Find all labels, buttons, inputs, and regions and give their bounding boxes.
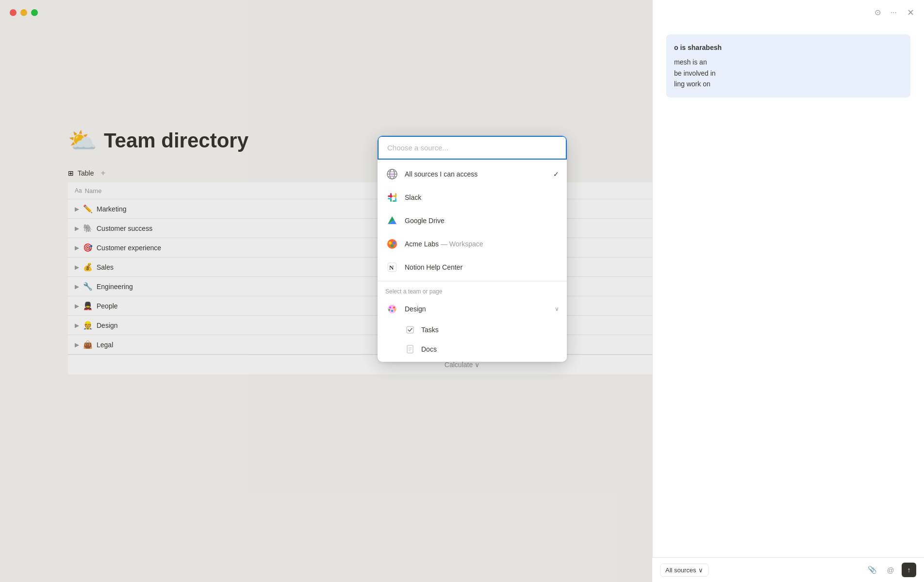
send-button[interactable]: ↑ <box>902 563 916 577</box>
source-team-icon-design <box>385 302 399 316</box>
svg-point-50 <box>394 309 396 311</box>
all-sources-chevron: ∨ <box>698 566 703 574</box>
svg-rect-32 <box>395 193 396 198</box>
source-sublabel-acmelabs: — Workspace <box>441 240 483 248</box>
panel-bio-line2: mesh is an <box>674 57 903 67</box>
panel-bio-line3: be involved in <box>674 68 903 79</box>
source-label-notion-help: Notion Help Center <box>405 263 559 271</box>
svg-point-41 <box>393 242 396 244</box>
panel-more-icon[interactable]: ··· <box>889 6 899 19</box>
svg-point-45 <box>388 305 396 313</box>
source-section-label: Select a team or page <box>378 283 567 298</box>
side-panel-header: ⊙ ··· ✕ <box>653 0 924 25</box>
source-picker: All sources I can access ✓ Slack <box>378 136 567 362</box>
svg-point-46 <box>389 307 391 308</box>
source-label-acmelabs: Acme Labs — Workspace <box>405 240 559 248</box>
panel-name: o is sharabesh <box>674 44 722 51</box>
svg-rect-51 <box>407 326 413 333</box>
source-list: All sources I can access ✓ Slack <box>378 160 567 362</box>
all-sources-label: All sources <box>665 566 696 574</box>
panel-history-icon[interactable]: ⊙ <box>873 6 883 19</box>
svg-text:N: N <box>389 264 394 271</box>
mention-icon[interactable]: @ <box>883 563 898 577</box>
chat-input-row: All sources ∨ 📎 @ ↑ <box>660 563 916 577</box>
source-item-acmelabs[interactable]: Acme Labs — Workspace <box>378 232 567 256</box>
attachment-icon[interactable]: 📎 <box>865 563 879 577</box>
source-sub-label-docs: Docs <box>421 345 437 353</box>
all-sources-badge[interactable]: All sources ∨ <box>660 564 709 577</box>
source-item-slack[interactable]: Slack <box>378 186 567 209</box>
source-icon-all <box>385 167 399 181</box>
source-icon-slack <box>385 191 399 204</box>
source-label-all: All sources I can access <box>405 170 559 178</box>
source-label-gdrive: Google Drive <box>405 217 559 225</box>
source-team-label-design: Design <box>405 305 549 313</box>
source-search-input[interactable] <box>378 136 567 160</box>
chat-action-buttons: 📎 @ ↑ <box>865 563 916 577</box>
side-panel: ⊙ ··· ✕ o is sharabesh mesh is an be inv… <box>652 0 924 582</box>
source-sub-item-tasks[interactable]: Tasks <box>378 320 567 340</box>
svg-point-47 <box>393 307 395 308</box>
panel-bio-text: o is sharabesh <box>674 42 903 53</box>
svg-rect-31 <box>388 198 392 199</box>
source-icon-acmelabs <box>385 237 399 251</box>
source-team-design[interactable]: Design ∨ <box>378 298 567 320</box>
svg-point-48 <box>391 310 393 312</box>
source-item-gdrive[interactable]: Google Drive <box>378 209 567 232</box>
svg-point-42 <box>391 244 394 247</box>
svg-point-49 <box>388 309 390 311</box>
panel-close-button[interactable]: ✕ <box>905 7 916 18</box>
svg-point-40 <box>389 242 392 244</box>
source-sub-label-tasks: Tasks <box>421 326 439 334</box>
design-chevron-icon: ∨ <box>555 306 559 312</box>
svg-point-26 <box>391 172 393 174</box>
source-check-all: ✓ <box>553 170 559 178</box>
source-label-slack: Slack <box>405 194 559 201</box>
source-divider <box>378 281 567 281</box>
bottom-chat: All sources ∨ 📎 @ ↑ <box>652 557 924 582</box>
source-icon-notion-help: N <box>385 260 399 274</box>
source-sub-icon-tasks <box>405 324 415 335</box>
source-item-all[interactable]: All sources I can access ✓ <box>378 162 567 186</box>
source-sub-icon-docs <box>405 344 415 355</box>
svg-rect-34 <box>395 198 396 202</box>
source-icon-gdrive <box>385 214 399 227</box>
chat-sources: All sources ∨ <box>660 564 709 577</box>
side-panel-content: o is sharabesh mesh is an be involved in… <box>653 25 924 582</box>
source-item-notion-help[interactable]: N Notion Help Center <box>378 256 567 279</box>
panel-bio-line4: ling work on <box>674 79 903 89</box>
source-sub-item-docs[interactable]: Docs <box>378 340 567 359</box>
svg-rect-28 <box>388 195 393 197</box>
